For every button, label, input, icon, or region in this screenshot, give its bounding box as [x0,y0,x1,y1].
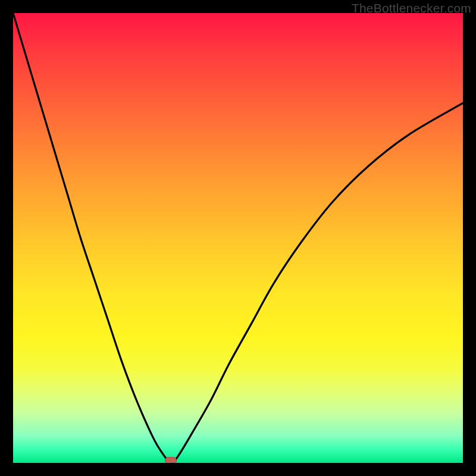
bottleneck-curve [13,13,463,463]
plot-area [13,13,463,463]
chart-frame: TheBottlenecker.com [0,0,476,476]
attribution-text: TheBottlenecker.com [352,1,471,15]
minimum-marker [165,457,177,463]
